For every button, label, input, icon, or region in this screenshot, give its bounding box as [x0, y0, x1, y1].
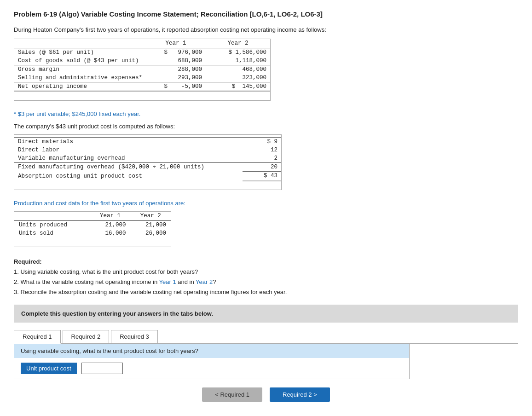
income-row-cogs: Cost of goods sold (@ $43 per unit) 688,… — [14, 57, 270, 65]
note-text: * $3 per unit variable; $245,000 fixed e… — [14, 110, 518, 117]
tab-required-1-label: Required 1 — [23, 333, 52, 340]
tab-required-1[interactable]: Required 1 — [14, 330, 61, 344]
income-y2-selling: 323,000 — [206, 74, 270, 82]
nav-buttons: < Required 1 Required 2 > — [14, 379, 518, 406]
income-y1-sales: $ 976,000 — [146, 48, 206, 57]
income-label-noi: Net operating income — [14, 82, 146, 92]
income-y2-sales: $ 1,586,000 — [206, 48, 270, 57]
income-label-sales: Sales (@ $61 per unit) — [14, 48, 146, 57]
prod-y2-produced: 21,000 — [130, 221, 171, 230]
income-label-cogs: Cost of goods sold (@ $43 per unit) — [14, 57, 146, 65]
income-row-gross: Gross margin 288,000 468,000 — [14, 65, 270, 74]
prod-col-y1: Year 1 — [90, 212, 131, 221]
unit-cost-row-total: Absorption costing unit product cost $ 4… — [14, 172, 281, 181]
tab-required-3-label: Required 3 — [120, 333, 149, 340]
income-y2-cogs: 1,118,000 — [206, 57, 270, 65]
unit-product-cost-input[interactable] — [81, 363, 123, 374]
income-y2-gross: 468,000 — [206, 65, 270, 74]
intro-text: During Heaton Company's first two years … — [14, 26, 518, 33]
income-row-sales: Sales (@ $61 per unit) $ 976,000 $ 1,586… — [14, 48, 270, 57]
tab-required-2-label: Required 2 — [71, 333, 101, 340]
unit-cost-label-dm: Direct materials — [14, 138, 243, 146]
tab-required-2[interactable]: Required 2 — [63, 330, 110, 344]
tab-input-row: Unit product cost — [14, 358, 409, 379]
required-item-1: 1. Using variable costing, what is the u… — [14, 268, 198, 275]
production-table: Year 1 Year 2 Units produced 21,000 21,0… — [14, 212, 171, 237]
prod-label-produced: Units produced — [14, 221, 90, 230]
income-row-selling: Selling and administrative expenses* 293… — [14, 74, 270, 82]
production-table-wrap: Year 1 Year 2 Units produced 21,000 21,0… — [14, 211, 171, 247]
income-y2-noi: $ 145,000 — [206, 82, 270, 92]
production-heading: Production and cost data for the first t… — [14, 200, 518, 207]
unit-product-cost-label: Unit product cost — [21, 363, 77, 374]
income-y1-gross: 288,000 — [146, 65, 206, 74]
unit-cost-row-vmoh: Variable manufacturing overhead 2 — [14, 154, 281, 163]
unit-cost-label-dl: Direct labor — [14, 146, 243, 154]
income-row-noi: Net operating income $ -5,000 $ 145,000 — [14, 82, 270, 92]
income-table: Year 1 Year 2 Sales (@ $61 per unit) $ 9… — [14, 39, 270, 92]
income-y1-selling: 293,000 — [146, 74, 206, 82]
complete-box: Complete this question by entering your … — [14, 305, 518, 323]
tab-required-3[interactable]: Required 3 — [111, 330, 158, 344]
income-label-selling: Selling and administrative expenses* — [14, 74, 146, 82]
income-label-gross: Gross margin — [14, 65, 146, 74]
income-y1-noi: $ -5,000 — [146, 82, 206, 92]
unit-cost-row-fmoh: Fixed manufacturing overhead ($420,000 ÷… — [14, 163, 281, 172]
unit-cost-val-dl: 12 — [243, 146, 281, 154]
unit-cost-val-total: $ 43 — [243, 172, 281, 181]
unit-cost-label-fmoh: Fixed manufacturing overhead ($420,000 ÷… — [14, 163, 243, 172]
income-col-y2: Year 2 — [206, 39, 270, 48]
unit-cost-label-vmoh: Variable manufacturing overhead — [14, 154, 243, 163]
production-row-produced: Units produced 21,000 21,000 — [14, 221, 171, 230]
prod-y2-sold: 26,000 — [130, 229, 171, 237]
unit-cost-table-wrap: Direct materials $ 9 Direct labor 12 Var… — [14, 134, 282, 190]
tabs-row: Required 1 Required 2 Required 3 — [14, 330, 518, 344]
income-y1-cogs: 688,000 — [146, 57, 206, 65]
income-table-wrap: Year 1 Year 2 Sales (@ $61 per unit) $ 9… — [14, 39, 271, 101]
unit-cost-table: Direct materials $ 9 Direct labor 12 Var… — [14, 135, 281, 181]
prev-button[interactable]: < Required 1 — [202, 387, 262, 402]
next-button[interactable]: Required 2 > — [270, 387, 330, 402]
tab-content-area: Using variable costing, what is the unit… — [14, 344, 410, 379]
unit-cost-label-total: Absorption costing unit product cost — [14, 172, 243, 181]
unit-cost-val-dm: $ 9 — [243, 138, 281, 146]
tab-question-text: Using variable costing, what is the unit… — [21, 347, 198, 354]
prod-y1-sold: 16,000 — [90, 229, 131, 237]
page-title: Problem 6-19 (Algo) Variable Costing Inc… — [14, 9, 518, 19]
unit-cost-val-vmoh: 2 — [243, 154, 281, 163]
required-section: Required: 1. Using variable costing, wha… — [14, 257, 518, 297]
production-header-row: Year 1 Year 2 — [14, 212, 171, 221]
required-heading: Required: — [14, 258, 42, 265]
unit-cost-row-dl: Direct labor 12 — [14, 146, 281, 154]
income-col-label — [14, 39, 146, 48]
tab-question-bar: Using variable costing, what is the unit… — [14, 344, 409, 358]
unit-cost-val-fmoh: 20 — [243, 163, 281, 172]
prod-label-sold: Units sold — [14, 229, 90, 237]
unit-cost-heading: The company's $43 unit product cost is c… — [14, 123, 518, 130]
prod-col-y2: Year 2 — [130, 212, 171, 221]
prod-y1-produced: 21,000 — [90, 221, 131, 230]
income-header-row: Year 1 Year 2 — [14, 39, 270, 48]
unit-cost-row-dm: Direct materials $ 9 — [14, 138, 281, 146]
required-item-3: 3. Reconcile the absorption costing and … — [14, 289, 287, 295]
production-row-sold: Units sold 16,000 26,000 — [14, 229, 171, 237]
required-item-2: 2. What is the variable costing net oper… — [14, 278, 216, 285]
income-col-y1: Year 1 — [146, 39, 206, 48]
